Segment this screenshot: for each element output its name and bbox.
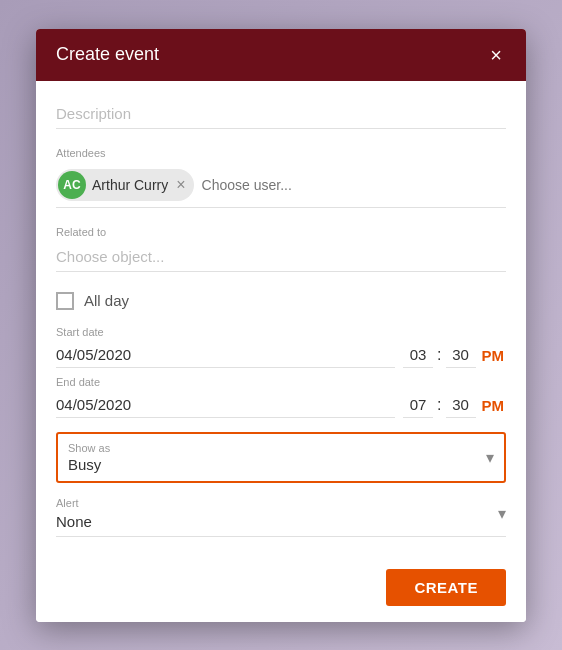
create-button[interactable]: CREATE [386,569,506,606]
start-date-label: Start date [56,326,395,338]
start-time-wrap: : PM [403,342,506,368]
end-date-label: End date [56,376,395,388]
show-as-value: Busy [68,456,110,473]
show-as-label: Show as [68,442,110,454]
end-date-input[interactable] [56,392,395,418]
start-date-wrap: Start date [56,326,395,368]
start-minute-input[interactable] [446,342,476,368]
dialog-header: Create event × [36,29,526,81]
attendees-label: Attendees [56,147,506,159]
alert-field-group[interactable]: Alert None ▾ [56,497,506,537]
overlay: Create event × Attendees AC Arthur Curry… [0,0,562,650]
all-day-checkbox[interactable] [56,292,74,310]
avatar: AC [58,171,86,199]
alert-dropdown-icon: ▾ [498,504,506,523]
attendees-row: AC Arthur Curry × [56,163,506,208]
start-date-input[interactable] [56,342,395,368]
start-date-row: Start date : PM [56,326,506,368]
end-time-wrap: : PM [403,392,506,418]
end-minute-input[interactable] [446,392,476,418]
dialog-body: Attendees AC Arthur Curry × Related to [36,99,526,557]
dialog-footer: CREATE [36,557,526,622]
dialog-title: Create event [56,44,159,65]
close-button[interactable]: × [486,43,506,67]
start-datetime-section: Start date : PM End date [56,326,506,418]
start-hour-input[interactable] [403,342,433,368]
chip-name: Arthur Curry [92,177,168,193]
related-to-field-group: Related to [56,226,506,272]
show-as-dropdown-icon: ▾ [486,448,494,467]
alert-value: None [56,513,92,530]
end-date-wrap: End date [56,376,395,418]
all-day-label: All day [84,292,129,309]
choose-user-input[interactable] [202,177,506,193]
attendee-chip: AC Arthur Curry × [56,169,194,201]
description-field-group [56,99,506,129]
end-ampm-button[interactable]: PM [480,397,507,418]
show-as-field-group[interactable]: Show as Busy ▾ [56,432,506,483]
attendees-field-group: Attendees AC Arthur Curry × [56,147,506,208]
description-input[interactable] [56,99,506,129]
create-event-dialog: Create event × Attendees AC Arthur Curry… [36,29,526,622]
end-time-separator: : [437,396,441,418]
alert-label: Alert [56,497,92,509]
all-day-row: All day [56,292,506,310]
start-ampm-button[interactable]: PM [480,347,507,368]
end-hour-input[interactable] [403,392,433,418]
end-date-row: End date : PM [56,376,506,418]
start-time-separator: : [437,346,441,368]
remove-attendee-button[interactable]: × [176,177,185,193]
related-to-input[interactable] [56,242,506,272]
related-to-label: Related to [56,226,506,238]
